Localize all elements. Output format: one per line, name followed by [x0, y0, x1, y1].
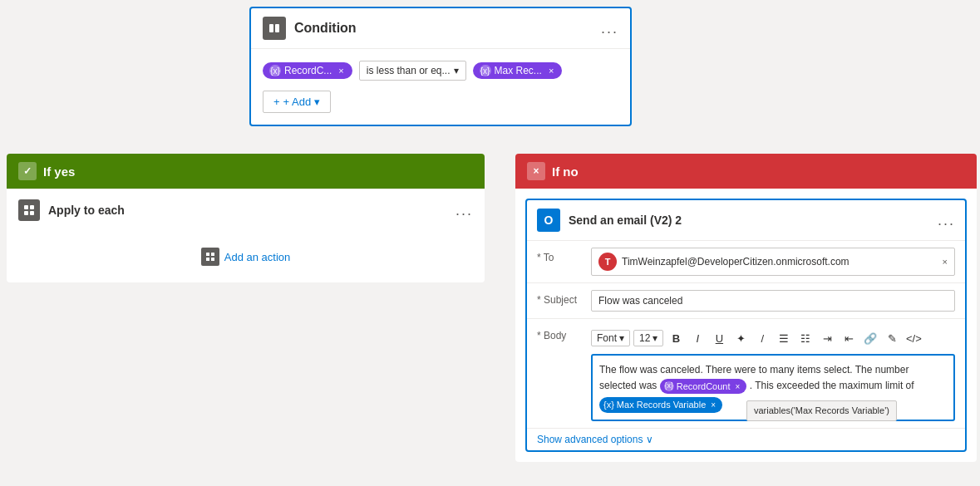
condition-card-body: {x} RecordC... × is less than or eq... ▾…: [251, 49, 630, 125]
if-yes-label: If yes: [43, 164, 75, 179]
record-count-body-token: {x} RecordCount ×: [660, 379, 747, 395]
chevron-down-icon: ▾: [454, 65, 459, 76]
operator-label: is less than or eq...: [367, 65, 451, 76]
body-token2-label: Max Records Variable: [617, 398, 706, 412]
body-token1-label: RecordCount: [677, 380, 731, 394]
show-advanced-chevron-icon: ∨: [646, 434, 653, 445]
condition-icon: [263, 17, 286, 40]
indent1-button[interactable]: ⇥: [818, 329, 836, 347]
body-content-area[interactable]: The flow was canceled. There were to man…: [591, 354, 955, 421]
email-avatar: T: [598, 253, 617, 271]
svg-rect-1: [275, 24, 279, 32]
font-size-label: 12: [639, 332, 650, 344]
condition-operator-select[interactable]: is less than or eq... ▾: [359, 61, 466, 81]
body-token2-icon: {x}: [603, 398, 614, 412]
to-field-box[interactable]: T TimWeinzapfel@DeveloperCitizen.onmicro…: [591, 248, 955, 276]
body-field: * Body Font ▾ 12 ▾ B I U: [527, 319, 965, 429]
svg-rect-7: [211, 253, 214, 256]
italic-button[interactable]: I: [688, 329, 707, 347]
record-count-token: {x} RecordC... ×: [263, 62, 352, 79]
apply-body: Add an action: [7, 231, 485, 282]
add-action-button[interactable]: Add an action: [201, 248, 291, 266]
tooltip-box: variables('Max Records Variable'): [746, 400, 897, 421]
body-text-after: . This exceeded the maximum limit of: [750, 380, 914, 391]
image-button[interactable]: ✎: [883, 329, 901, 347]
code-button[interactable]: </>: [904, 329, 923, 347]
add-chevron-icon: ▾: [314, 96, 320, 108]
svg-rect-5: [30, 211, 34, 215]
show-advanced-label: Show advanced options: [537, 434, 643, 445]
if-yes-panel: ✓ If yes Apply: [7, 154, 485, 282]
token2-label: Max Rec...: [495, 65, 542, 76]
underline-button[interactable]: U: [710, 329, 728, 347]
send-email-title: Send an email (V2) 2: [569, 214, 682, 227]
to-email-close[interactable]: ×: [943, 257, 948, 267]
font-select[interactable]: Font ▾: [591, 330, 630, 346]
subject-field: * Subject Flow was canceled: [527, 283, 965, 319]
apply-card-header: Apply to each ...: [7, 189, 485, 231]
add-action-label: Add an action: [224, 251, 291, 263]
list1-button[interactable]: ☰: [775, 329, 793, 347]
svg-rect-2: [24, 205, 28, 209]
apply-more-button[interactable]: ...: [456, 202, 473, 219]
apply-title: Apply to each: [48, 204, 125, 217]
body-token-icon: {x}: [664, 381, 674, 391]
token-icon2: {x}: [480, 65, 491, 76]
body-label: * Body: [537, 326, 583, 341]
add-label: + Add: [283, 96, 312, 108]
svg-rect-6: [206, 253, 209, 256]
svg-rect-0: [269, 24, 273, 32]
strikethrough-button[interactable]: /: [753, 329, 771, 347]
condition-row: {x} RecordC... × is less than or eq... ▾…: [263, 61, 618, 81]
add-icon: +: [273, 96, 280, 108]
indent2-button[interactable]: ⇤: [840, 329, 858, 347]
subject-label: * Subject: [537, 290, 583, 306]
token-icon: {x}: [269, 65, 281, 76]
svg-rect-8: [206, 258, 209, 261]
font-size-chevron-icon: ▾: [653, 332, 657, 344]
condition-card-header: Condition ...: [251, 8, 630, 49]
to-email-text: TimWeinzapfel@DeveloperCitizen.onmicroso…: [622, 256, 938, 268]
subject-text: Flow was canceled: [598, 295, 682, 307]
if-no-header: × If no: [515, 154, 977, 189]
token1-label: RecordC...: [284, 65, 332, 76]
font-size-select[interactable]: 12 ▾: [633, 330, 663, 346]
if-yes-header: ✓ If yes: [7, 154, 485, 189]
if-yes-body: Apply to each ...: [7, 189, 485, 282]
subject-field-value[interactable]: Flow was canceled: [591, 290, 955, 312]
check-icon: ✓: [18, 162, 37, 180]
svg-rect-3: [30, 205, 34, 209]
x-icon: ×: [527, 162, 545, 180]
apply-icon: [18, 199, 40, 221]
condition-card: Condition ... {x} RecordC... × is less t…: [249, 7, 632, 126]
font-chevron-icon: ▾: [619, 332, 624, 344]
body-token2-close[interactable]: ×: [711, 399, 716, 411]
link-button[interactable]: 🔗: [861, 329, 879, 347]
if-no-label: If no: [552, 164, 579, 179]
show-advanced-options[interactable]: Show advanced options ∨: [527, 429, 965, 450]
condition-header-left: Condition: [263, 17, 357, 40]
font-label: Font: [597, 332, 617, 344]
if-no-panel: × If no O Send an email (V2) 2 ... * To: [515, 154, 977, 462]
toolbar-row: Font ▾ 12 ▾ B I U ✦ / ☰ ☷: [591, 326, 955, 351]
body-field-value: Font ▾ 12 ▾ B I U ✦ / ☰ ☷: [591, 326, 955, 421]
to-label: * To: [537, 248, 583, 263]
list2-button[interactable]: ☷: [796, 329, 815, 347]
apply-to-each-card: Apply to each ...: [7, 189, 485, 282]
send-email-header-left: O Send an email (V2) 2: [537, 209, 682, 232]
bold-button[interactable]: B: [667, 329, 685, 347]
add-condition-button[interactable]: + + Add ▾: [263, 91, 331, 113]
body-token1-close[interactable]: ×: [736, 380, 741, 393]
highlight-button[interactable]: ✦: [731, 329, 750, 347]
max-records-token: {x} Max Rec... ×: [473, 62, 563, 79]
outlook-icon: O: [537, 209, 560, 232]
add-action-icon: [201, 248, 219, 266]
subject-input[interactable]: Flow was canceled: [591, 290, 955, 312]
token2-close[interactable]: ×: [549, 66, 554, 76]
send-email-card: O Send an email (V2) 2 ... * To T TimWei…: [525, 199, 967, 452]
to-field-value: T TimWeinzapfel@DeveloperCitizen.onmicro…: [591, 248, 955, 276]
send-email-more-button[interactable]: ...: [938, 212, 955, 229]
token1-close[interactable]: ×: [338, 66, 343, 76]
condition-more-button[interactable]: ...: [601, 20, 618, 37]
condition-title: Condition: [294, 21, 357, 36]
